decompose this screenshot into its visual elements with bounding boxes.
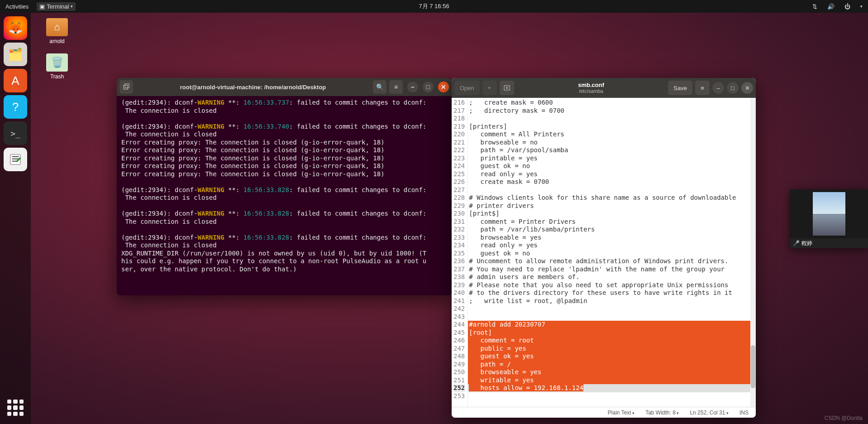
home-folder-icon: ⌂ [46,18,68,36]
app-menu-label: Terminal [47,3,69,10]
caller-name: 程婷 [801,240,812,247]
activities-button[interactable]: Activities [4,3,30,10]
dock-software[interactable]: A [4,69,27,92]
clock[interactable]: 7月 7 16:56 [417,2,451,10]
terminal-title: root@arnold-virtual-machine: /home/arnol… [136,84,370,91]
vertical-scrollbar[interactable] [750,98,756,407]
desktop-icon-label: Trash [42,73,72,80]
dock-files[interactable]: 🗂️ [4,43,27,66]
desktop-icon-label: arnold [42,38,72,44]
maximize-button[interactable]: □ [423,82,434,92]
svg-rect-1 [124,85,128,89]
gnome-top-bar: Activities ▣ Terminal ▾ 7月 7 16:56 ⇅ 🔊 ⏻… [0,0,868,13]
terminal-window: root@arnold-virtual-machine: /home/arnol… [117,78,452,295]
search-icon: 🔍 [376,83,384,91]
svg-rect-2 [125,84,129,88]
syntax-mode-selector[interactable]: Plain Text [608,410,634,416]
open-recent-button[interactable]: ▾ [482,81,497,95]
app-menu[interactable]: ▣ Terminal ▾ [37,2,76,11]
gedit-headerbar[interactable]: Open ▾ smb.conf /etc/samba Save ≡ – □ ✕ [452,78,756,98]
close-button[interactable]: ✕ [741,82,753,94]
new-tab-button[interactable] [119,80,133,94]
document-title: smb.conf [517,82,666,88]
menu-icon: ≡ [701,85,704,92]
chevron-down-icon: ▾ [71,4,73,9]
desktop-trash[interactable]: 🗑️ Trash [42,53,72,80]
minimize-button[interactable]: – [407,82,418,92]
menu-icon: ≡ [394,83,398,91]
hamburger-menu-button[interactable]: ≡ [389,80,403,94]
caller-thumbnail [813,192,845,236]
dock-terminal[interactable]: >_ [4,121,27,145]
network-icon[interactable]: ⇅ [811,3,819,10]
power-icon[interactable]: ⏻ [843,3,852,10]
terminal-icon: ▣ [39,3,45,10]
new-tab-button[interactable] [500,81,514,95]
document-path: /etc/samba [517,88,666,94]
search-button[interactable]: 🔍 [373,80,386,94]
insert-mode: INS [739,410,749,416]
maximize-button[interactable]: □ [727,82,739,94]
gedit-text-view[interactable]: 2162172182192202212222232242252262272282… [452,98,756,407]
tab-width-selector[interactable]: Tab Width: 8 [645,410,679,416]
dock-text-editor[interactable] [4,148,27,171]
volume-icon[interactable]: 🔊 [825,3,836,10]
mic-icon: 🎤 [793,240,800,246]
trash-icon: 🗑️ [46,53,68,72]
desktop-folder-arnold[interactable]: ⌂ arnold [42,18,72,44]
gedit-title: smb.conf /etc/samba [517,82,666,94]
open-button[interactable]: Open [454,81,480,95]
close-button[interactable]: ✕ [438,82,449,92]
terminal-output[interactable]: (gedit:2934): dconf-WARNING **: 16:56:33… [117,96,452,295]
cursor-position[interactable]: Ln 252, Col 31 [690,410,729,416]
show-applications-button[interactable] [5,397,26,419]
minimize-button[interactable]: – [712,82,724,94]
video-call-overlay[interactable]: 🎤 程婷 [790,189,868,248]
gedit-window: Open ▾ smb.conf /etc/samba Save ≡ – □ ✕ … [452,78,756,418]
save-button[interactable]: Save [668,81,692,95]
system-menu-chevron-icon[interactable]: ▾ [858,4,864,9]
code-area[interactable]: ; create mask = 0600; directory mask = 0… [468,98,756,407]
chevron-down-icon: ▾ [488,86,491,90]
terminal-titlebar[interactable]: root@arnold-virtual-machine: /home/arnol… [117,78,452,96]
dock-help[interactable]: ? [4,95,27,119]
dock-firefox[interactable]: 🦊 [4,16,27,40]
line-number-gutter: 2162172182192202212222232242252262272282… [452,98,468,407]
gedit-statusbar: Plain Text Tab Width: 8 Ln 252, Col 31 I… [452,407,756,418]
watermark: CSDN @Dontla [825,415,863,421]
hamburger-menu-button[interactable]: ≡ [695,81,710,95]
caller-bar: 🎤 程婷 [790,238,868,248]
ubuntu-dock: 🦊 🗂️ A ? >_ [0,13,31,424]
